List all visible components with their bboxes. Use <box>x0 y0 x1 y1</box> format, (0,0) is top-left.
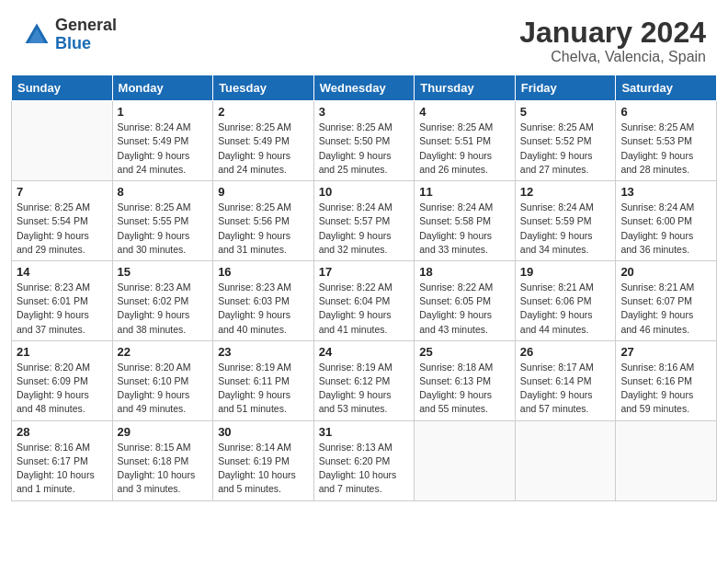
day-info: Sunrise: 8:14 AM Sunset: 6:19 PM Dayligh… <box>218 441 309 497</box>
day-number: 14 <box>17 265 108 279</box>
weekday-header-thursday: Thursday <box>415 75 516 101</box>
weekday-header-tuesday: Tuesday <box>213 75 314 101</box>
day-number: 10 <box>319 185 410 199</box>
day-info: Sunrise: 8:16 AM Sunset: 6:16 PM Dayligh… <box>620 361 711 417</box>
day-number: 19 <box>520 265 611 279</box>
logo-blue: Blue <box>55 35 117 53</box>
weekday-header-sunday: Sunday <box>12 75 113 101</box>
calendar-cell: 7Sunrise: 8:25 AM Sunset: 5:54 PM Daylig… <box>12 181 113 261</box>
day-number: 8 <box>118 185 209 199</box>
week-row-3: 14Sunrise: 8:23 AM Sunset: 6:01 PM Dayli… <box>12 260 717 340</box>
day-info: Sunrise: 8:21 AM Sunset: 6:07 PM Dayligh… <box>620 281 711 337</box>
day-number: 4 <box>419 105 510 119</box>
day-number: 6 <box>620 105 711 119</box>
calendar-cell: 15Sunrise: 8:23 AM Sunset: 6:02 PM Dayli… <box>112 260 213 340</box>
day-number: 3 <box>319 105 410 119</box>
day-info: Sunrise: 8:16 AM Sunset: 6:17 PM Dayligh… <box>17 441 108 497</box>
day-number: 21 <box>17 345 108 359</box>
calendar-cell: 30Sunrise: 8:14 AM Sunset: 6:19 PM Dayli… <box>213 420 314 500</box>
day-number: 30 <box>218 425 309 439</box>
day-number: 18 <box>419 265 510 279</box>
page-header: General Blue January 2024 Chelva, Valenc… <box>0 0 728 75</box>
calendar-cell: 9Sunrise: 8:25 AM Sunset: 5:56 PM Daylig… <box>213 181 314 261</box>
calendar-cell: 24Sunrise: 8:19 AM Sunset: 6:12 PM Dayli… <box>313 340 415 420</box>
day-number: 1 <box>118 105 209 119</box>
day-info: Sunrise: 8:17 AM Sunset: 6:14 PM Dayligh… <box>520 361 611 417</box>
calendar-cell: 1Sunrise: 8:24 AM Sunset: 5:49 PM Daylig… <box>112 101 213 181</box>
day-info: Sunrise: 8:23 AM Sunset: 6:01 PM Dayligh… <box>17 281 108 337</box>
day-info: Sunrise: 8:19 AM Sunset: 6:11 PM Dayligh… <box>218 361 309 417</box>
calendar-cell: 18Sunrise: 8:22 AM Sunset: 6:05 PM Dayli… <box>415 260 516 340</box>
day-info: Sunrise: 8:24 AM Sunset: 5:49 PM Dayligh… <box>118 121 209 177</box>
calendar-cell: 22Sunrise: 8:20 AM Sunset: 6:10 PM Dayli… <box>112 340 213 420</box>
day-number: 25 <box>419 345 510 359</box>
calendar-cell: 31Sunrise: 8:13 AM Sunset: 6:20 PM Dayli… <box>313 420 415 500</box>
day-info: Sunrise: 8:24 AM Sunset: 6:00 PM Dayligh… <box>620 201 711 257</box>
weekday-header-wednesday: Wednesday <box>313 75 415 101</box>
day-number: 22 <box>118 345 209 359</box>
day-info: Sunrise: 8:21 AM Sunset: 6:06 PM Dayligh… <box>520 281 611 337</box>
calendar-cell: 12Sunrise: 8:24 AM Sunset: 5:59 PM Dayli… <box>515 181 616 261</box>
calendar-cell: 26Sunrise: 8:17 AM Sunset: 6:14 PM Dayli… <box>515 340 616 420</box>
calendar-cell: 10Sunrise: 8:24 AM Sunset: 5:57 PM Dayli… <box>313 181 415 261</box>
weekday-header-friday: Friday <box>515 75 616 101</box>
day-info: Sunrise: 8:25 AM Sunset: 5:55 PM Dayligh… <box>118 201 209 257</box>
calendar-cell: 29Sunrise: 8:15 AM Sunset: 6:18 PM Dayli… <box>112 420 213 500</box>
day-info: Sunrise: 8:25 AM Sunset: 5:54 PM Dayligh… <box>17 201 108 257</box>
location: Chelva, Valencia, Spain <box>519 49 706 65</box>
calendar-cell: 21Sunrise: 8:20 AM Sunset: 6:09 PM Dayli… <box>12 340 113 420</box>
day-number: 2 <box>218 105 309 119</box>
day-number: 11 <box>419 185 510 199</box>
logo-icon <box>22 20 51 50</box>
calendar-cell: 8Sunrise: 8:25 AM Sunset: 5:55 PM Daylig… <box>112 181 213 261</box>
week-row-2: 7Sunrise: 8:25 AM Sunset: 5:54 PM Daylig… <box>12 181 717 261</box>
logo: General Blue <box>22 17 117 53</box>
logo-general: General <box>55 17 117 35</box>
week-row-4: 21Sunrise: 8:20 AM Sunset: 6:09 PM Dayli… <box>12 340 717 420</box>
day-info: Sunrise: 8:13 AM Sunset: 6:20 PM Dayligh… <box>319 441 410 497</box>
calendar-cell: 4Sunrise: 8:25 AM Sunset: 5:51 PM Daylig… <box>415 101 516 181</box>
week-row-1: 1Sunrise: 8:24 AM Sunset: 5:49 PM Daylig… <box>12 101 717 181</box>
day-info: Sunrise: 8:20 AM Sunset: 6:09 PM Dayligh… <box>17 361 108 417</box>
day-number: 12 <box>520 185 611 199</box>
day-info: Sunrise: 8:25 AM Sunset: 5:53 PM Dayligh… <box>620 121 711 177</box>
day-number: 16 <box>218 265 309 279</box>
weekday-header-saturday: Saturday <box>616 75 717 101</box>
day-info: Sunrise: 8:24 AM Sunset: 5:57 PM Dayligh… <box>319 201 410 257</box>
calendar-cell <box>616 420 717 500</box>
day-number: 13 <box>620 185 711 199</box>
calendar-cell <box>415 420 516 500</box>
logo-text: General Blue <box>55 17 117 53</box>
day-info: Sunrise: 8:22 AM Sunset: 6:04 PM Dayligh… <box>319 281 410 337</box>
title-block: January 2024 Chelva, Valencia, Spain <box>519 17 706 65</box>
calendar-cell: 2Sunrise: 8:25 AM Sunset: 5:49 PM Daylig… <box>213 101 314 181</box>
weekday-header-monday: Monday <box>112 75 213 101</box>
calendar-cell: 14Sunrise: 8:23 AM Sunset: 6:01 PM Dayli… <box>12 260 113 340</box>
day-info: Sunrise: 8:23 AM Sunset: 6:03 PM Dayligh… <box>218 281 309 337</box>
calendar-cell: 23Sunrise: 8:19 AM Sunset: 6:11 PM Dayli… <box>213 340 314 420</box>
weekday-header-row: SundayMondayTuesdayWednesdayThursdayFrid… <box>12 75 717 101</box>
day-info: Sunrise: 8:24 AM Sunset: 5:58 PM Dayligh… <box>419 201 510 257</box>
day-info: Sunrise: 8:20 AM Sunset: 6:10 PM Dayligh… <box>118 361 209 417</box>
month-year: January 2024 <box>519 17 706 49</box>
day-number: 23 <box>218 345 309 359</box>
day-number: 9 <box>218 185 309 199</box>
calendar-cell: 3Sunrise: 8:25 AM Sunset: 5:50 PM Daylig… <box>313 101 415 181</box>
day-info: Sunrise: 8:19 AM Sunset: 6:12 PM Dayligh… <box>319 361 410 417</box>
calendar-cell: 17Sunrise: 8:22 AM Sunset: 6:04 PM Dayli… <box>313 260 415 340</box>
calendar-cell: 25Sunrise: 8:18 AM Sunset: 6:13 PM Dayli… <box>415 340 516 420</box>
day-number: 26 <box>520 345 611 359</box>
day-number: 27 <box>620 345 711 359</box>
day-number: 7 <box>17 185 108 199</box>
day-number: 20 <box>620 265 711 279</box>
day-info: Sunrise: 8:22 AM Sunset: 6:05 PM Dayligh… <box>419 281 510 337</box>
day-info: Sunrise: 8:25 AM Sunset: 5:49 PM Dayligh… <box>218 121 309 177</box>
calendar-cell: 6Sunrise: 8:25 AM Sunset: 5:53 PM Daylig… <box>616 101 717 181</box>
week-row-5: 28Sunrise: 8:16 AM Sunset: 6:17 PM Dayli… <box>12 420 717 500</box>
day-info: Sunrise: 8:25 AM Sunset: 5:50 PM Dayligh… <box>319 121 410 177</box>
calendar-cell: 28Sunrise: 8:16 AM Sunset: 6:17 PM Dayli… <box>12 420 113 500</box>
calendar-cell <box>515 420 616 500</box>
day-number: 29 <box>118 425 209 439</box>
calendar-cell: 19Sunrise: 8:21 AM Sunset: 6:06 PM Dayli… <box>515 260 616 340</box>
day-info: Sunrise: 8:25 AM Sunset: 5:51 PM Dayligh… <box>419 121 510 177</box>
